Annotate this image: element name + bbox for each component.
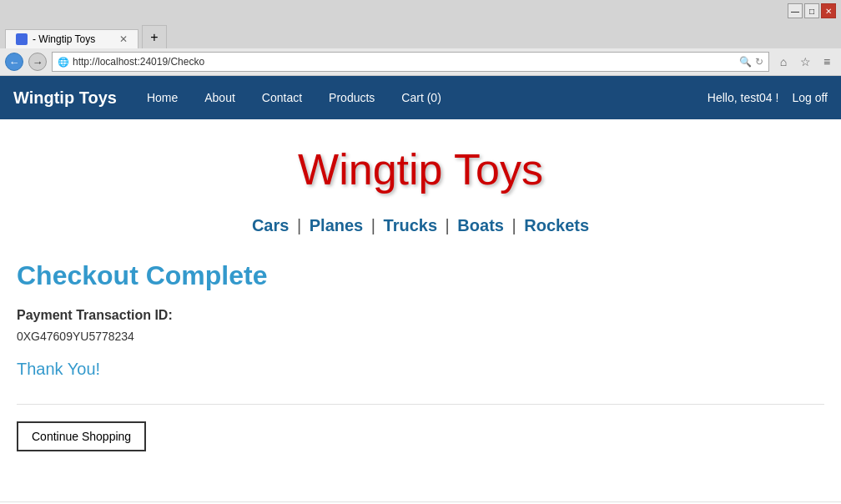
- page-content: Wingtip Toys Cars | Planes | Trucks | Bo…: [0, 119, 841, 468]
- continue-shopping-button[interactable]: Continue Shopping: [17, 421, 146, 451]
- payment-label: Payment Transaction ID:: [17, 308, 824, 323]
- browser-titlebar: — □ ✕: [0, 0, 841, 22]
- active-tab[interactable]: - Wingtip Toys ✕: [5, 29, 138, 48]
- category-rockets[interactable]: Rockets: [524, 216, 589, 234]
- nav-cart[interactable]: Cart (0): [388, 76, 454, 119]
- category-trucks[interactable]: Trucks: [384, 216, 437, 234]
- favorites-icon[interactable]: ☆: [796, 53, 814, 71]
- category-nav: Cars | Planes | Trucks | Boats | Rockets: [17, 216, 824, 235]
- tab-favicon: [16, 33, 28, 45]
- forward-button[interactable]: →: [28, 53, 47, 71]
- app-brand[interactable]: Wingtip Toys: [13, 88, 117, 108]
- nav-home[interactable]: Home: [133, 76, 191, 119]
- browser-toolbar: ← → 🌐 http://localhost:24019/Checko 🔍 ↻ …: [0, 48, 841, 75]
- home-icon[interactable]: ⌂: [774, 53, 793, 71]
- sep-1: |: [292, 216, 301, 234]
- category-cars[interactable]: Cars: [252, 216, 289, 234]
- toolbar-icons: ⌂ ☆ ≡: [774, 53, 836, 71]
- greeting-text: Hello, test04 !: [708, 91, 779, 104]
- thank-you-text: Thank You!: [17, 360, 824, 379]
- tab-close-icon[interactable]: ✕: [119, 33, 128, 45]
- address-refresh-icon[interactable]: ↻: [755, 56, 763, 68]
- logoff-link[interactable]: Log off: [792, 91, 828, 104]
- sep-4: |: [507, 216, 516, 234]
- category-boats[interactable]: Boats: [457, 216, 504, 234]
- site-title: Wingtip Toys: [17, 136, 824, 203]
- back-button[interactable]: ←: [5, 53, 23, 71]
- transaction-id: 0XG47609YU5778234: [17, 330, 824, 343]
- minimize-button[interactable]: —: [788, 3, 803, 18]
- address-text: http://localhost:24019/Checko: [73, 56, 736, 68]
- address-search-icon: 🔍: [739, 56, 752, 68]
- nav-products[interactable]: Products: [315, 76, 388, 119]
- sep-3: |: [441, 216, 450, 234]
- address-bar[interactable]: 🌐 http://localhost:24019/Checko 🔍 ↻: [52, 52, 769, 72]
- app-navbar: Wingtip Toys Home About Contact Products…: [0, 76, 841, 119]
- tab-bar: - Wingtip Toys ✕ +: [0, 22, 841, 48]
- address-bar-favicon: 🌐: [58, 57, 69, 68]
- category-planes[interactable]: Planes: [310, 216, 363, 234]
- new-tab-button[interactable]: +: [142, 25, 167, 48]
- checkout-title: Checkout Complete: [17, 260, 824, 291]
- sep-2: |: [366, 216, 375, 234]
- close-button[interactable]: ✕: [821, 3, 836, 18]
- nav-links: Home About Contact Products Cart (0): [133, 76, 708, 119]
- nav-right: Hello, test04 ! Log off: [708, 91, 828, 104]
- nav-contact[interactable]: Contact: [249, 76, 315, 119]
- divider: [17, 404, 824, 405]
- nav-about[interactable]: About: [191, 76, 249, 119]
- tab-title: - Wingtip Toys: [33, 33, 95, 45]
- settings-icon[interactable]: ≡: [818, 53, 836, 71]
- browser-chrome: — □ ✕ - Wingtip Toys ✕ + ← → 🌐 http://lo…: [0, 0, 841, 76]
- maximize-button[interactable]: □: [804, 3, 819, 18]
